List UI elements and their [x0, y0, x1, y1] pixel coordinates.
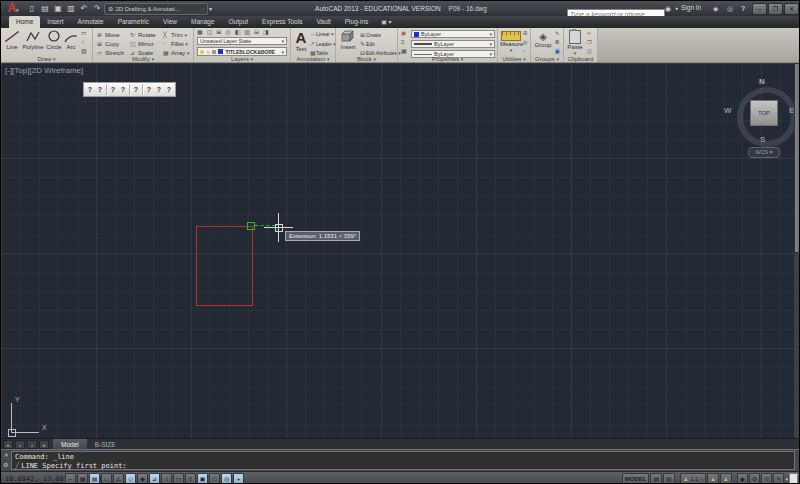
- new-file-icon[interactable]: ▯: [27, 3, 37, 14]
- polyline-button[interactable]: Polyline: [22, 30, 44, 50]
- viewcube-west[interactable]: W: [724, 106, 732, 115]
- layer-isolate-icon[interactable]: ⊞: [216, 29, 221, 36]
- properties-panel-label[interactable]: Properties ▾: [398, 56, 497, 62]
- annotation-panel-label[interactable]: Annotation ▾: [291, 56, 335, 62]
- text-button[interactable]: A Text: [293, 29, 309, 52]
- insert-block-button[interactable]: Insert: [338, 30, 358, 50]
- osnap3d-toggle[interactable]: ◆: [137, 473, 148, 484]
- move-button[interactable]: ⊕Move: [97, 31, 120, 38]
- status-overflow-button[interactable]: ▾: [785, 476, 788, 482]
- lineweight-dropdown[interactable]: ByLayer ▾: [411, 40, 495, 48]
- workspace-switch-button[interactable]: ⚙: [749, 473, 760, 484]
- group-selection-icon[interactable]: ▣: [555, 48, 560, 55]
- open-file-icon[interactable]: ▤: [40, 3, 50, 14]
- layer-properties-icon[interactable]: ▦: [197, 29, 203, 36]
- drawing-canvas[interactable]: [-][Top][2D Wireframe] ? ? ? ? ? ? ? ? E…: [1, 63, 800, 438]
- block-panel-label[interactable]: Block ▾: [336, 56, 397, 62]
- performance-button[interactable]: ✎: [773, 473, 784, 484]
- grid-icon[interactable]: ▦: [401, 48, 407, 55]
- plot-icon[interactable]: ▥: [66, 3, 76, 14]
- tab-annotate[interactable]: Annotate: [71, 16, 111, 28]
- quick-view-layouts-button[interactable]: ▤: [650, 473, 662, 484]
- viewcube-south[interactable]: S: [760, 135, 765, 144]
- redo-icon[interactable]: ↷: [92, 3, 102, 14]
- wcs-menu-button[interactable]: WCS ▾: [748, 147, 780, 158]
- current-layer-dropdown[interactable]: ☀ TITLEBLOCK&BORE ▾: [197, 47, 287, 56]
- mirror-button[interactable]: ◫Mirror: [130, 40, 154, 47]
- viewport-controls[interactable]: [-][Top][2D Wireframe]: [5, 66, 83, 75]
- tab-home[interactable]: Home: [9, 16, 40, 28]
- next-layout-button[interactable]: ›: [27, 440, 37, 449]
- fillet-button[interactable]: ◝Fillet ▾: [163, 40, 188, 47]
- table-button[interactable]: ▦Table: [310, 49, 328, 56]
- tab-b-size[interactable]: B-SIZE: [87, 439, 124, 450]
- model-space-button[interactable]: MODEL: [622, 473, 650, 484]
- stretch-button[interactable]: ▱Stretch: [97, 49, 124, 56]
- tab-model[interactable]: Model: [53, 439, 87, 450]
- circle-button[interactable]: Circle: [45, 30, 63, 50]
- viewcube-top-face[interactable]: TOP: [750, 100, 778, 126]
- selection-cycling-toggle[interactable]: ◎: [221, 473, 232, 484]
- canvas-scrollbar-thumb[interactable]: [794, 63, 800, 253]
- material-icon[interactable]: ◉: [401, 30, 406, 37]
- tab-output[interactable]: Output: [222, 16, 256, 28]
- sign-in-button[interactable]: Sign In: [681, 4, 701, 11]
- tab-plugins[interactable]: Plug-ins: [338, 16, 375, 28]
- otrack-toggle[interactable]: ⊿: [149, 473, 160, 484]
- edit-block-button[interactable]: ✎Edit: [360, 40, 375, 47]
- tab-view[interactable]: View: [156, 16, 184, 28]
- transparency-toggle[interactable]: ▣: [197, 473, 208, 484]
- viewcube-north[interactable]: N: [759, 77, 765, 86]
- ellipse-tool-icon[interactable]: ○: [81, 39, 85, 46]
- layer-match-icon[interactable]: ▥: [244, 29, 250, 36]
- command-close-icon[interactable]: ✕: [4, 452, 9, 458]
- copy-button[interactable]: ⊞Copy: [97, 40, 119, 47]
- hatch-tool-icon[interactable]: ▨: [81, 48, 87, 55]
- unknown-tool-button[interactable]: ?: [154, 84, 164, 95]
- save-icon[interactable]: ▣: [53, 3, 63, 14]
- communication-center-icon[interactable]: ◎: [727, 3, 733, 14]
- snap-toggle[interactable]: ▦: [77, 473, 88, 484]
- layer-off-icon[interactable]: ◫: [207, 29, 213, 36]
- command-customize-icon[interactable]: ⚙: [3, 461, 8, 468]
- annotation-monitor-toggle[interactable]: +: [233, 473, 244, 484]
- quick-calc-icon[interactable]: ◎: [523, 39, 527, 46]
- lineweight-toggle[interactable]: ≡: [185, 473, 196, 484]
- dynamic-input-toggle[interactable]: ▭: [173, 473, 184, 484]
- ducs-toggle[interactable]: ⊥: [161, 473, 172, 484]
- maximize-button[interactable]: ❐: [768, 3, 783, 15]
- unknown-tool-button[interactable]: ?: [131, 84, 141, 95]
- edit-attributes-button[interactable]: ⊟Edit Attributes ▾: [360, 49, 401, 56]
- trim-button[interactable]: ╳Trim ▾: [163, 31, 187, 38]
- object-color-dropdown[interactable]: ByLayer ▾: [411, 30, 495, 38]
- ortho-toggle[interactable]: ∟: [101, 473, 112, 484]
- drawn-rectangle[interactable]: [196, 226, 253, 306]
- modify-panel-label[interactable]: Modify ▾: [93, 56, 193, 62]
- scale-button[interactable]: ⊿Scale: [130, 49, 153, 56]
- grid-toggle[interactable]: ▤: [89, 473, 100, 484]
- group-edit-icon[interactable]: ⊠: [555, 39, 559, 46]
- line-button[interactable]: Line: [3, 30, 21, 50]
- unknown-tool-button[interactable]: ?: [164, 84, 174, 95]
- close-button[interactable]: ✕: [784, 3, 799, 15]
- workspace-dropdown[interactable]: ⚙ 2D Drafting & Annotati... ▾: [104, 3, 208, 15]
- cut-icon[interactable]: ✂: [587, 30, 591, 37]
- annotation-scale-button[interactable]: ▲ 1:1 ▾: [680, 473, 706, 484]
- infer-constraints-toggle[interactable]: ⌐: [65, 473, 76, 484]
- tab-vault[interactable]: Vault: [309, 16, 337, 28]
- linear-dimension-button[interactable]: ↔Linear ▾: [310, 31, 334, 37]
- array-button[interactable]: ▦Array ▾: [163, 49, 190, 56]
- measure-button[interactable]: Measure ▾: [500, 31, 522, 53]
- minimize-button[interactable]: ─: [752, 3, 767, 15]
- groups-panel-label[interactable]: Groups ▾: [531, 56, 563, 62]
- layer-state-dropdown[interactable]: Unsaved Layer State ▾: [197, 37, 287, 45]
- prev-layout-button[interactable]: ‹: [15, 440, 25, 449]
- unknown-tool-button[interactable]: ?: [118, 84, 128, 95]
- tab-express-tools[interactable]: Express Tools: [255, 16, 309, 28]
- unknown-tool-button[interactable]: ?: [144, 84, 154, 95]
- leader-button[interactable]: ↗Leader ▾: [310, 40, 335, 47]
- layers-panel-label[interactable]: Layers ▾: [194, 56, 290, 62]
- quick-select-icon[interactable]: ⊞: [523, 30, 527, 37]
- tab-parametric[interactable]: Parametric: [111, 16, 156, 28]
- unknown-tool-button[interactable]: ?: [85, 84, 95, 95]
